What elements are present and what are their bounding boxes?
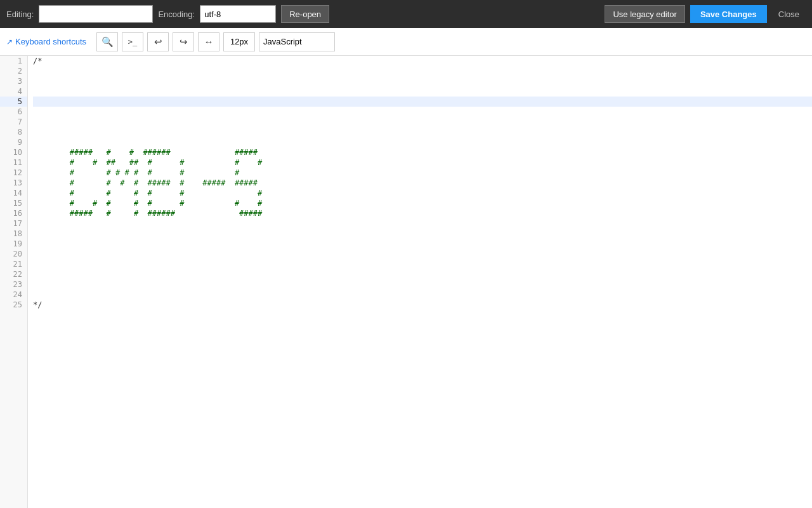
code-line [33, 239, 812, 249]
terminal-icon: >_ [128, 37, 137, 46]
encoding-label: Encoding: [158, 10, 195, 19]
redo-icon: ↪ [180, 36, 188, 48]
wrap-button[interactable]: ↔ [198, 32, 219, 51]
code-line [33, 279, 812, 290]
undo-icon: ↩ [154, 36, 162, 48]
line-number: 14 [0, 188, 27, 198]
line-number: 15 [0, 198, 27, 208]
line-number: 25 [0, 300, 27, 310]
line-number: 4 [0, 86, 27, 97]
code-line [33, 76, 812, 86]
code-line [33, 249, 812, 259]
line-number: 19 [0, 239, 27, 249]
line-number: 9 [0, 137, 27, 147]
line-number: 5 [0, 97, 27, 107]
save-changes-button[interactable]: Save Changes [690, 5, 767, 23]
code-line: # # # # ##### # ##### ##### [33, 178, 812, 188]
search-button[interactable]: 🔍 [96, 32, 118, 51]
code-line [33, 269, 812, 279]
line-number: 7 [0, 117, 27, 127]
external-link-icon: ↗ [6, 37, 13, 46]
font-size-input[interactable] [223, 32, 255, 51]
line-number: 3 [0, 76, 27, 86]
line-number: 24 [0, 290, 27, 300]
code-line: ##### # # ###### ##### [33, 208, 812, 218]
top-toolbar: Editing: Encoding: Re-open Use legacy ed… [0, 0, 812, 28]
line-number: 2 [0, 66, 27, 76]
code-line [33, 218, 812, 229]
line-number: 20 [0, 249, 27, 259]
use-legacy-button[interactable]: Use legacy editor [605, 5, 684, 23]
line-number: 21 [0, 259, 27, 269]
encoding-input[interactable] [200, 5, 276, 23]
wrap-icon: ↔ [204, 36, 214, 47]
redo-button[interactable]: ↪ [173, 32, 194, 51]
code-line [33, 97, 812, 107]
reopen-button[interactable]: Re-open [281, 5, 329, 23]
editing-input[interactable] [39, 5, 153, 23]
keyboard-shortcuts-label: Keyboard shortcuts [15, 37, 86, 46]
code-line: ##### # # ###### ##### [33, 147, 812, 157]
code-line [33, 137, 812, 147]
code-line [33, 117, 812, 127]
editor-area: 1234567891011121314151617181920212223242… [0, 56, 812, 508]
line-number: 17 [0, 218, 27, 229]
line-numbers: 1234567891011121314151617181920212223242… [0, 56, 28, 508]
line-number: 22 [0, 269, 27, 279]
language-input[interactable] [259, 32, 335, 51]
editing-label: Editing: [6, 10, 34, 19]
keyboard-shortcuts-link[interactable]: ↗ Keyboard shortcuts [6, 37, 86, 46]
code-line: # # # # # # # # [33, 168, 812, 178]
code-line: */ [33, 300, 812, 310]
code-line [33, 290, 812, 300]
line-number: 10 [0, 147, 27, 157]
code-line: # # # # # # # # [33, 198, 812, 208]
code-line [33, 107, 812, 117]
line-number: 8 [0, 127, 27, 137]
line-number: 23 [0, 279, 27, 290]
secondary-toolbar: ↗ Keyboard shortcuts 🔍 >_ ↩ ↪ ↔ [0, 28, 812, 56]
code-line: /* [33, 56, 812, 66]
line-number: 18 [0, 229, 27, 239]
line-number: 13 [0, 178, 27, 188]
search-icon: 🔍 [102, 36, 114, 48]
code-line [33, 229, 812, 239]
close-button[interactable]: Close [772, 5, 806, 23]
code-line [33, 259, 812, 269]
code-line: # # ## ## # # # # [33, 157, 812, 168]
undo-button[interactable]: ↩ [147, 32, 169, 51]
line-number: 6 [0, 107, 27, 117]
terminal-button[interactable]: >_ [122, 32, 143, 51]
code-line: # # # # # # [33, 188, 812, 198]
code-line [33, 66, 812, 76]
line-number: 16 [0, 208, 27, 218]
line-number: 12 [0, 168, 27, 178]
code-line [33, 86, 812, 97]
code-line [33, 127, 812, 137]
code-area[interactable]: /* ##### # # ###### ##### # # ## ## # # … [28, 56, 812, 508]
line-number: 1 [0, 56, 27, 66]
line-number: 11 [0, 157, 27, 168]
